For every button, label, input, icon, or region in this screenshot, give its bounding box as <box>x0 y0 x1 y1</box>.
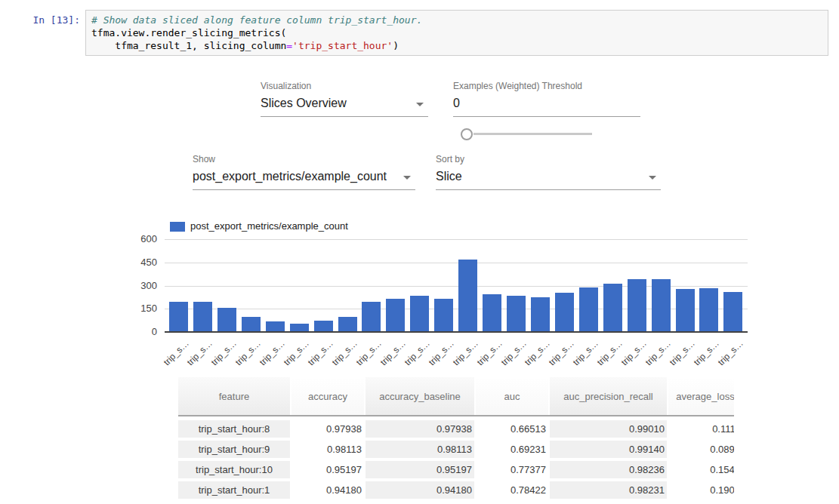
y-tick-label: 600 <box>119 233 157 244</box>
bar[interactable] <box>266 321 285 331</box>
table-row: trip_start_hour:90.981130.981130.692310.… <box>178 441 734 458</box>
bar[interactable] <box>723 292 742 331</box>
metric-cell: 0.94180 <box>291 481 364 499</box>
y-tick-label: 300 <box>119 280 157 291</box>
metric-cell: 0.99010 <box>550 420 667 438</box>
bar[interactable] <box>362 302 381 331</box>
bar[interactable] <box>652 279 671 331</box>
bar[interactable] <box>314 321 333 331</box>
metric-cell: 0.99140 <box>550 441 667 458</box>
table-header-cell[interactable]: accuracy_baseline <box>366 377 474 415</box>
bar[interactable] <box>410 296 429 331</box>
metric-cell: 0.1901 <box>668 481 734 499</box>
legend-label: post_export_metrics/example_count <box>190 220 348 232</box>
bar[interactable] <box>434 299 453 331</box>
bar[interactable] <box>628 279 646 331</box>
x-axis-line <box>165 331 748 333</box>
feature-cell: trip_start_hour:1 <box>178 481 290 499</box>
table-row: trip_start_hour:10.941800.941800.784220.… <box>178 481 734 499</box>
metrics-table: featureaccuracyaccuracy_baselineaucauc_p… <box>178 377 734 504</box>
metric-cell: 0.95197 <box>291 461 364 478</box>
bar[interactable] <box>458 260 477 331</box>
bar[interactable] <box>169 302 188 331</box>
gridline <box>165 239 748 240</box>
metric-cell: 0.97938 <box>291 420 364 438</box>
metric-cell: 0.98236 <box>550 461 667 478</box>
table-header-cell[interactable]: auc <box>476 377 548 415</box>
bar[interactable] <box>290 324 309 331</box>
bar[interactable] <box>676 289 695 331</box>
metric-cell: 0.95197 <box>366 461 474 478</box>
metric-cell: 0.98113 <box>366 441 474 458</box>
bar[interactable] <box>507 296 526 331</box>
table-header-cell[interactable]: accuracy <box>291 377 364 415</box>
table-header-cell[interactable]: feature <box>178 377 290 415</box>
metric-cell: 0.1111 <box>668 420 734 438</box>
legend-swatch <box>170 222 185 232</box>
bar[interactable] <box>483 294 501 331</box>
metric-cell: 0.66513 <box>476 420 548 438</box>
y-tick-label: 0 <box>119 326 157 337</box>
gridline <box>165 263 748 263</box>
bar[interactable] <box>603 284 622 331</box>
metric-cell: 0.77377 <box>476 461 548 478</box>
bar[interactable] <box>555 293 574 331</box>
bar[interactable] <box>386 299 405 331</box>
bar[interactable] <box>531 297 550 331</box>
table-header-cell[interactable]: average_loss <box>668 377 734 415</box>
metric-cell: 0.98231 <box>550 481 667 499</box>
y-tick-label: 150 <box>119 303 157 314</box>
bar[interactable] <box>338 317 357 331</box>
table-row: trip_start_hour:80.979380.979380.665130.… <box>178 420 734 438</box>
y-tick-label: 450 <box>119 257 157 268</box>
feature-cell: trip_start_hour:9 <box>178 441 290 458</box>
bar[interactable] <box>579 287 598 331</box>
metric-cell: 0.1541 <box>668 461 734 478</box>
bar[interactable] <box>242 317 261 331</box>
bar[interactable] <box>699 288 718 331</box>
metric-cell: 0.97938 <box>366 420 474 438</box>
table-row: trip_start_hour:100.951970.951970.773770… <box>178 461 734 478</box>
table-header-row: featureaccuracyaccuracy_baselineaucauc_p… <box>178 377 734 416</box>
feature-cell: trip_start_hour:8 <box>178 420 290 438</box>
feature-cell: trip_start_hour:10 <box>178 461 290 478</box>
slices-overview-chart: post_export_metrics/example_count 015030… <box>0 0 839 377</box>
metric-cell: 0.0892 <box>668 441 734 458</box>
metric-cell: 0.94180 <box>366 481 474 499</box>
metric-cell: 0.78422 <box>476 481 548 499</box>
metric-cell: 0.98113 <box>291 441 364 458</box>
bar[interactable] <box>193 302 212 331</box>
table-header-cell[interactable]: auc_precision_recall <box>550 377 667 415</box>
bar[interactable] <box>217 308 236 331</box>
metric-cell: 0.69231 <box>476 441 548 458</box>
